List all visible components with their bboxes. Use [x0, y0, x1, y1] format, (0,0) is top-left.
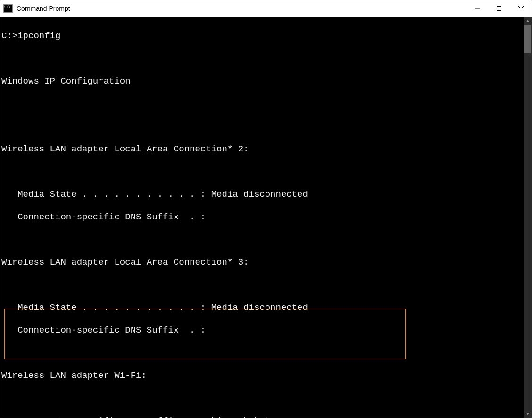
svg-marker-5: [526, 413, 529, 415]
terminal-line: Media State . . . . . . . . . . . : Medi…: [1, 189, 524, 200]
terminal-line: Connection-specific DNS Suffix . :: [1, 325, 524, 336]
terminal-line: C:>ipconfig: [1, 30, 524, 42]
terminal-line: [1, 347, 524, 359]
terminal-line: Wireless LAN adapter Local Area Connecti…: [1, 143, 524, 155]
terminal-output[interactable]: C:>ipconfig Windows IP Configuration Wir…: [0, 17, 524, 418]
command-prompt-window: Command Prompt C:>ipconfig Windows IP Co…: [0, 0, 532, 418]
terminal-line: Windows IP Configuration: [1, 75, 524, 87]
terminal-line: [1, 166, 524, 177]
terminal-line: [1, 234, 524, 245]
terminal-line: [1, 393, 524, 404]
close-button[interactable]: [510, 0, 532, 17]
terminal-line: [1, 121, 524, 132]
minimize-button[interactable]: [466, 0, 488, 17]
terminal-line: Connection-specific DNS Suffix . : hitro…: [1, 415, 524, 418]
maximize-button[interactable]: [488, 0, 510, 17]
client-area: C:>ipconfig Windows IP Configuration Wir…: [0, 17, 532, 418]
terminal-line: [1, 98, 524, 109]
vertical-scrollbar[interactable]: [524, 17, 532, 418]
terminal-line: Wireless LAN adapter Wi-Fi:: [1, 370, 524, 381]
terminal-line: Wireless LAN adapter Local Area Connecti…: [1, 257, 524, 268]
svg-marker-4: [526, 20, 529, 22]
terminal-line: [1, 53, 524, 64]
scroll-thumb[interactable]: [524, 25, 531, 53]
terminal-line: Connection-specific DNS Suffix . :: [1, 211, 524, 223]
terminal-line: [1, 279, 524, 291]
terminal-line: Media State . . . . . . . . . . . : Medi…: [1, 302, 524, 313]
cmd-icon: [3, 4, 13, 13]
scroll-up-arrow-icon[interactable]: [524, 17, 532, 25]
titlebar[interactable]: Command Prompt: [0, 0, 532, 17]
scroll-down-arrow-icon[interactable]: [524, 410, 532, 418]
svg-rect-1: [497, 7, 501, 11]
window-title: Command Prompt: [17, 5, 70, 12]
